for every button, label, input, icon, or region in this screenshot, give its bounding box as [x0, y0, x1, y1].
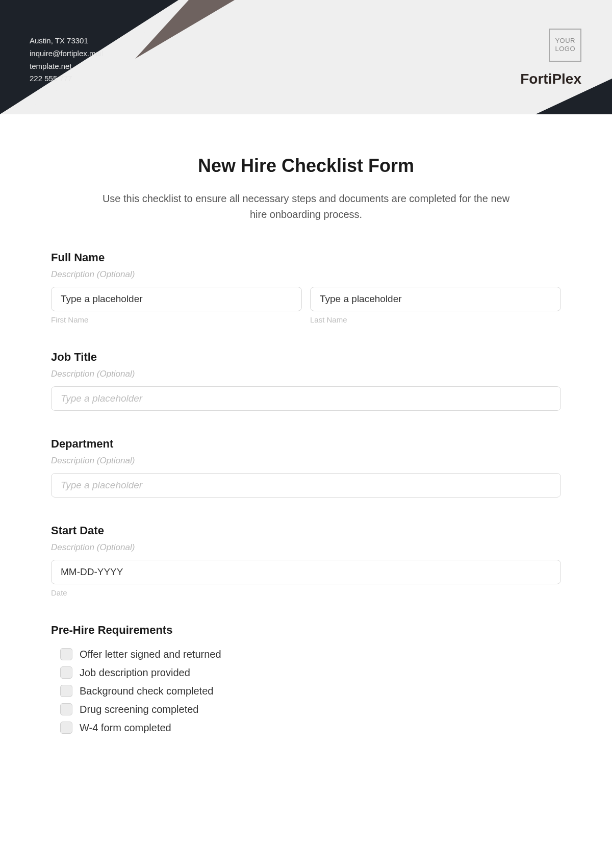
brand-name: FortiPlex	[520, 71, 581, 87]
contact-address: Austin, TX 73301	[30, 35, 103, 47]
field-start-date: Start Date Description (Optional) Date	[51, 524, 561, 597]
checkbox[interactable]	[60, 685, 72, 697]
last-name-input[interactable]	[310, 287, 561, 311]
start-date-under: Date	[51, 588, 561, 597]
section-prehire: Pre-Hire Requirements Offer letter signe…	[51, 624, 561, 734]
full-name-label: Full Name	[51, 251, 561, 264]
logo-placeholder: YOURLOGO	[549, 29, 581, 62]
list-item: Job description provided	[60, 666, 561, 679]
contact-block: Austin, TX 73301 inquire@fortiplex.mail …	[30, 35, 103, 85]
list-item: W-4 form completed	[60, 722, 561, 734]
document-header: Austin, TX 73301 inquire@fortiplex.mail …	[0, 0, 612, 114]
contact-email: inquire@fortiplex.mail	[30, 47, 103, 60]
check-label: Offer letter signed and returned	[80, 649, 221, 660]
check-label: Job description provided	[80, 667, 190, 679]
department-input[interactable]	[51, 473, 561, 498]
department-sub: Description (Optional)	[51, 456, 561, 466]
brand-block: YOURLOGO FortiPlex	[520, 29, 581, 87]
contact-phone: 222 555 777	[30, 72, 103, 85]
job-title-input[interactable]	[51, 386, 561, 411]
list-item: Background check completed	[60, 685, 561, 697]
field-job-title: Job Title Description (Optional)	[51, 351, 561, 411]
prehire-list: Offer letter signed and returned Job des…	[51, 648, 561, 734]
checkbox[interactable]	[60, 722, 72, 734]
department-label: Department	[51, 437, 561, 451]
start-date-input[interactable]	[51, 560, 561, 584]
first-name-input[interactable]	[51, 287, 302, 311]
check-label: W-4 form completed	[80, 722, 171, 734]
checkbox[interactable]	[60, 703, 72, 715]
job-title-sub: Description (Optional)	[51, 369, 561, 379]
start-date-sub: Description (Optional)	[51, 542, 561, 553]
job-title-label: Job Title	[51, 351, 561, 364]
full-name-sub: Description (Optional)	[51, 269, 561, 280]
first-name-under: First Name	[51, 315, 302, 324]
start-date-label: Start Date	[51, 524, 561, 537]
field-department: Department Description (Optional)	[51, 437, 561, 498]
form-title: New Hire Checklist Form	[51, 155, 561, 177]
checkbox[interactable]	[60, 666, 72, 679]
field-full-name: Full Name Description (Optional) First N…	[51, 251, 561, 324]
form-description: Use this checklist to ensure all necessa…	[97, 191, 515, 222]
contact-website: template.net	[30, 60, 103, 73]
last-name-under: Last Name	[310, 315, 561, 324]
check-label: Drug screening completed	[80, 704, 198, 715]
list-item: Offer letter signed and returned	[60, 648, 561, 660]
form-page: New Hire Checklist Form Use this checkli…	[0, 114, 612, 771]
check-label: Background check completed	[80, 685, 213, 697]
list-item: Drug screening completed	[60, 703, 561, 715]
prehire-title: Pre-Hire Requirements	[51, 624, 561, 637]
checkbox[interactable]	[60, 648, 72, 660]
